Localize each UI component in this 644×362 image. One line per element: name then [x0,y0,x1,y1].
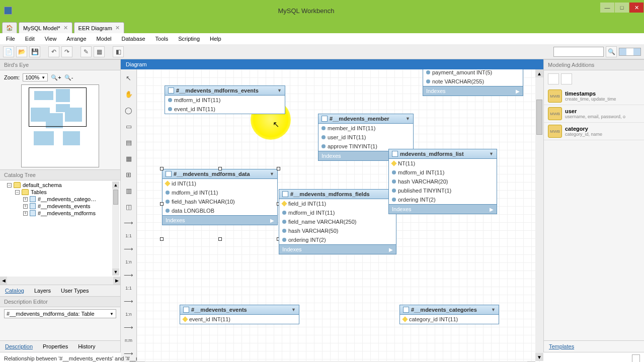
table-mdforms-fields[interactable]: #__mdevents_mdforms_fields field_id INT(… [279,189,396,254]
tab-properties[interactable]: Properties [38,341,73,352]
tool-c[interactable]: ◧ [113,46,124,57]
table-icon [30,203,36,209]
menu-scripting[interactable]: Scripting [174,35,204,43]
zoom-out-icon[interactable]: 🔍- [64,74,73,81]
chevron-down-icon: ▼ [291,307,296,312]
tab-model[interactable]: MySQL Model*✕ [19,22,72,33]
erase-tool[interactable]: ◯ [123,105,134,116]
expand-icon[interactable]: ▶ [490,207,494,212]
minimap[interactable] [21,84,99,167]
addition-btn-b[interactable] [561,73,572,84]
template-icon: MWB [548,125,562,138]
column-icon [392,179,396,184]
tab-history[interactable]: History [73,341,100,352]
view-tool[interactable]: ▥ [123,185,134,196]
expand-icon[interactable]: ▶ [516,88,520,94]
table-events[interactable]: #__mdevents_events▼ event_id INT(11) [180,305,299,324]
template-timestamps[interactable]: MWBtimestampscreate_time, update_time [544,87,644,105]
pointer-tool[interactable]: ↖ [123,72,134,83]
note-tool[interactable]: ▤ [123,137,134,148]
rel-1-1[interactable]: ⟶ [123,217,134,228]
catalog-tree: −default_schema −Tables +#__mdevents_cat… [0,180,120,277]
menu-database[interactable]: Database [117,35,149,43]
rel-1-1-b[interactable]: ⟶ [123,269,134,281]
table-mdforms-data[interactable]: #__mdevents_mdforms_data▼ id INT(11) mdf… [162,169,278,225]
templates-tab[interactable]: Templates [544,340,644,352]
document-tabs: 🏠 MySQL Model*✕ EER Diagram✕ [0,21,644,33]
zoom-select[interactable]: 100%▼ [23,73,48,81]
zoom-in-icon[interactable]: 🔍+ [51,74,61,81]
expand-icon[interactable]: ▶ [270,218,274,223]
column-icon [392,170,396,174]
tab-close-icon[interactable]: ✕ [115,25,120,31]
tree-tables[interactable]: −Tables [0,189,120,196]
table-partial-top[interactable]: payment_amount INT(5) note VARCHAR(255) … [423,69,523,96]
tab-close-icon[interactable]: ✕ [63,25,68,31]
expand-icon[interactable]: ▶ [389,247,393,252]
hand-tool[interactable]: ✋ [123,88,134,100]
modeling-additions-header: Modeling Additions [544,59,644,70]
menu-view[interactable]: View [41,35,61,43]
table-categories[interactable]: #__mdevents_categories▼ category_id INT(… [399,305,499,324]
open-button[interactable]: 📂 [16,46,27,57]
panel-toggle-mid[interactable] [626,48,633,55]
tree-schema[interactable]: −default_schema [0,182,120,189]
menu-file[interactable]: File [2,35,19,43]
rel-1-n[interactable]: ⟶ [123,243,134,254]
menubar: File Edit View Arrange Model Database To… [0,33,644,44]
rel-1-n-b[interactable]: ⟶ [123,296,134,307]
tab-user-types[interactable]: User Types [56,285,94,296]
tree-item[interactable]: +#__mdevents_events [0,203,120,210]
tree-hscroll[interactable]: ◀▶ [0,277,120,285]
rel-n-m[interactable]: ⟶ [123,322,134,333]
tree-scrollbar[interactable]: ▲▼ [112,182,119,276]
routine-tool[interactable]: ◫ [123,201,134,212]
table-mdforms-list[interactable]: mdevents_mdforms_list▼ NT(11) mdform_id … [388,149,497,214]
close-button[interactable]: ✕ [629,3,643,13]
save-button[interactable]: 💾 [29,46,40,57]
tab-description[interactable]: Description [0,341,38,352]
tool-b[interactable]: ▦ [94,46,105,57]
canvas-vscroll[interactable]: ▲▼ [535,69,543,361]
menu-tools[interactable]: Tools [151,35,173,43]
table-icon [321,116,328,122]
folder-icon [22,189,29,195]
tab-diagram[interactable]: EER Diagram✕ [74,22,124,33]
tab-layers[interactable]: Layers [29,285,56,296]
column-icon [166,191,170,195]
panel-toggle-left[interactable] [619,48,626,55]
table-icon [30,196,36,202]
menu-help[interactable]: Help [206,35,225,43]
layer-tool[interactable]: ▭ [123,121,134,132]
image-tool[interactable]: ▦ [123,153,134,164]
tree-item[interactable]: +#__mdevents_mdforms [0,210,120,217]
menu-edit[interactable]: Edit [21,35,39,43]
menu-model[interactable]: Model [93,35,116,43]
diagram-canvas[interactable]: #__mdevents_mdforms_events▼ mdform_id IN… [137,69,543,362]
undo-button[interactable]: ↶ [48,46,59,57]
tab-catalog[interactable]: Catalog [0,285,29,296]
description-select[interactable]: #__mdevents_mdforms_data: Table▼ [4,309,116,318]
table-icon [166,171,172,177]
menu-arrange[interactable]: Arrange [62,35,90,43]
template-user[interactable]: MWBuserusername, email, password, o [544,105,644,123]
search-button[interactable]: 🔍 [606,46,617,57]
chevron-down-icon: ▼ [489,151,494,156]
redo-button[interactable]: ↷ [61,46,72,57]
table-tool[interactable]: ⊞ [123,169,134,180]
table-mdforms-events[interactable]: #__mdevents_mdforms_events▼ mdform_id IN… [165,85,285,114]
home-tab[interactable]: 🏠 [2,22,17,33]
new-button[interactable]: 📄 [3,46,14,57]
template-category[interactable]: MWBcategorycategory_id, name [544,123,644,140]
tool-a[interactable]: ✎ [80,46,92,57]
minimize-button[interactable]: — [600,3,614,13]
mouse-cursor-icon: ↖ [273,120,279,129]
template-icon: MWB [548,89,562,103]
search-input[interactable] [553,47,604,57]
panel-toggle-right[interactable] [633,48,640,55]
maximize-button[interactable]: □ [615,3,629,13]
addition-btn-a[interactable] [548,73,559,84]
status-toggle-icon[interactable] [632,354,640,363]
left-sidebar: Bird's Eye Zoom: 100%▼ 🔍+ 🔍- Catalog Tre… [0,59,121,352]
tree-item[interactable]: +#__mdevents_catego… [0,196,120,203]
